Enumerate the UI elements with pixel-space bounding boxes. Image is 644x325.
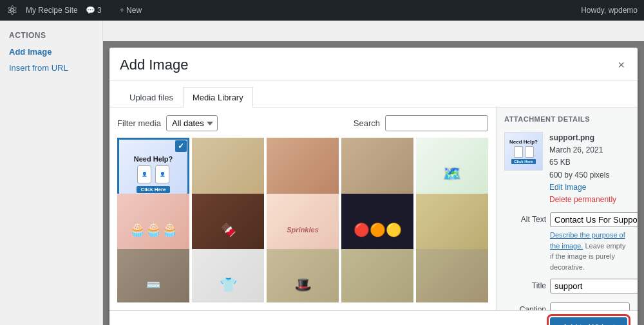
attachment-filesize: 65 KB — [549, 156, 616, 169]
modal-body: Filter media All dates Search — [109, 107, 638, 310]
caption-input[interactable] — [550, 302, 630, 310]
tab-upload-files[interactable]: Upload files — [120, 87, 183, 107]
title-label: Title — [504, 279, 546, 290]
search-group: Search — [354, 115, 488, 131]
attachment-preview-image: Need Help? Click Here — [504, 132, 543, 171]
filter-row: Filter media All dates Search — [117, 115, 488, 131]
media-item-shirt[interactable]: 👕 — [192, 249, 264, 302]
attachment-edit-link[interactable]: Edit Image — [549, 181, 616, 194]
tab-media-library[interactable]: Media Library — [183, 87, 253, 107]
site-name[interactable]: My Recipe Site — [26, 6, 78, 15]
alt-text-label: Alt Text — [504, 212, 546, 224]
comments-icon[interactable]: 💬 3 — [86, 6, 102, 15]
attachment-details-panel: ATTACHMENT DETAILS Need Help? Click Here… — [496, 107, 638, 310]
media-item-hat2[interactable] — [341, 249, 413, 302]
howdy-label: Howdy, wpdemo — [581, 6, 638, 15]
selected-checkmark: ✓ — [175, 140, 187, 152]
attachment-preview-row: Need Help? Click Here support.png March … — [504, 132, 630, 206]
wp-logo-icon: ⚛ — [6, 3, 18, 18]
title-row: Title — [504, 279, 630, 293]
search-label: Search — [354, 118, 380, 128]
media-item-hat1[interactable]: 🎩 — [267, 249, 339, 302]
sidebar-item-insert-url[interactable]: Insert from URL — [0, 60, 102, 76]
filter-group: Filter media All dates — [117, 115, 218, 131]
sidebar: Actions Add Image Insert from URL — [0, 21, 103, 325]
modal-footer: Add to Widget — [109, 310, 638, 325]
attachment-details-header: ATTACHMENT DETAILS — [504, 115, 630, 123]
alt-text-row: Alt Text — [504, 212, 630, 227]
actions-title: Actions — [0, 27, 102, 44]
new-item-button[interactable]: + New — [120, 6, 142, 15]
modal-title: Add Image — [120, 57, 188, 73]
media-area: Filter media All dates Search — [109, 107, 496, 310]
title-input[interactable] — [550, 279, 638, 293]
attachment-filename: support.png — [549, 132, 616, 144]
attachment-date: March 26, 2021 — [549, 144, 616, 156]
add-to-widget-button[interactable]: Add to Widget — [550, 317, 627, 325]
add-image-modal: Add Image × Upload files Media Library F… — [109, 48, 638, 325]
attachment-info: support.png March 26, 2021 65 KB 600 by … — [549, 132, 616, 206]
image-grid: Need Help? 👤 👤 Click Here ✓ — [117, 138, 488, 302]
modal-header: Add Image × — [109, 48, 638, 80]
caption-row: Caption — [504, 302, 630, 310]
alt-text-input[interactable] — [550, 212, 638, 227]
date-filter-select[interactable]: All dates — [166, 115, 218, 131]
filter-label: Filter media — [117, 118, 161, 128]
attachment-delete-link[interactable]: Delete permanently — [549, 194, 616, 206]
admin-bar: ⚛ My Recipe Site 💬 3 + New Howdy, wpdemo — [0, 0, 644, 21]
search-input[interactable] — [385, 115, 488, 131]
caption-label: Caption — [504, 302, 546, 310]
attachment-dimensions: 600 by 450 pixels — [549, 169, 616, 181]
modal-close-button[interactable]: × — [615, 57, 627, 73]
sidebar-item-add-image[interactable]: Add Image — [0, 44, 102, 60]
media-item-hat3[interactable] — [416, 249, 488, 302]
modal-overlay: Add Image × Upload files Media Library F… — [103, 41, 644, 325]
alt-text-description: Describe the purpose of the image. Leave… — [550, 230, 630, 272]
modal-tabs: Upload files Media Library — [109, 80, 638, 107]
media-item-typewriter[interactable]: ⌨️ — [117, 249, 189, 302]
alt-text-section: Alt Text Describe the purpose of the ima… — [504, 212, 630, 272]
